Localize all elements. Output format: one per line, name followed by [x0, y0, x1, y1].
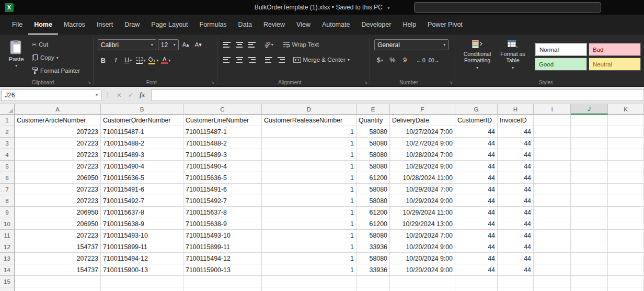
cell-C1[interactable]: CustomerLineNumber — [183, 115, 262, 126]
cell-H9[interactable]: 44 — [498, 207, 534, 218]
underline-button[interactable]: U ▾ — [123, 55, 134, 65]
increase-font-size-button[interactable]: A▴ — [180, 40, 191, 50]
cell-G15[interactable] — [455, 276, 498, 287]
cell-G12[interactable]: 44 — [455, 241, 498, 253]
row-header-7[interactable]: 7 — [0, 184, 15, 195]
cell-H8[interactable]: 44 — [498, 195, 534, 207]
percent-style-button[interactable]: % — [387, 55, 398, 65]
row-header-8[interactable]: 8 — [0, 195, 15, 207]
cell-style-normal[interactable]: Normal — [535, 43, 587, 56]
column-header-G[interactable]: G — [455, 104, 498, 115]
row-header-14[interactable]: 14 — [0, 264, 15, 276]
cell-A10[interactable]: 206950 — [15, 218, 101, 230]
cell-G3[interactable]: 44 — [455, 138, 498, 149]
align-left-button[interactable] — [222, 54, 233, 65]
search-box[interactable] — [414, 2, 601, 13]
column-header-A[interactable]: A — [15, 104, 101, 115]
cell-J2[interactable] — [571, 126, 608, 138]
cell-K14[interactable] — [608, 264, 644, 276]
cell-F1[interactable]: DeliveryDate — [390, 115, 455, 126]
cell-H13[interactable]: 44 — [498, 253, 534, 264]
cell-D15[interactable] — [262, 276, 356, 287]
cell-H5[interactable]: 44 — [498, 161, 534, 172]
wrap-text-button[interactable]: Wrap Text — [281, 39, 320, 50]
cell-K11[interactable] — [608, 230, 644, 241]
cell-I11[interactable] — [534, 230, 571, 241]
cell-B3[interactable]: 7100115488-2 — [101, 138, 183, 149]
cell-B16[interactable] — [101, 287, 183, 291]
cell-B1[interactable]: CustomerOrderNumber — [101, 115, 183, 126]
column-header-C[interactable]: C — [183, 104, 262, 115]
cell-style-good[interactable]: Good — [535, 58, 587, 71]
row-header-13[interactable]: 13 — [0, 253, 15, 264]
cell-C9[interactable]: 7100115637-8 — [183, 207, 262, 218]
row-header-16[interactable]: 16 — [0, 287, 15, 291]
cell-D7[interactable]: 1 — [262, 184, 356, 195]
number-dialog-launcher-icon[interactable]: ↘ — [449, 80, 453, 85]
tab-home[interactable]: Home — [28, 15, 58, 35]
cell-J9[interactable] — [571, 207, 608, 218]
cell-F7[interactable]: 10/29/2024 7:00 — [390, 184, 455, 195]
cell-E5[interactable]: 58080 — [356, 161, 390, 172]
cell-B14[interactable]: 7100115900-13 — [101, 264, 183, 276]
merge-center-button[interactable]: Merge & Center ▾ — [292, 54, 351, 65]
cell-C4[interactable]: 7100115489-3 — [183, 149, 262, 161]
cell-I8[interactable] — [534, 195, 571, 207]
cell-D10[interactable]: 1 — [262, 218, 356, 230]
cell-K8[interactable] — [608, 195, 644, 207]
cell-J5[interactable] — [571, 161, 608, 172]
cell-I2[interactable] — [534, 126, 571, 138]
number-format-combo[interactable]: General ▾ — [374, 39, 448, 50]
cell-A11[interactable]: 207223 — [15, 230, 101, 241]
cell-J11[interactable] — [571, 230, 608, 241]
cell-B13[interactable]: 7100115494-12 — [101, 253, 183, 264]
cell-I5[interactable] — [534, 161, 571, 172]
row-header-10[interactable]: 10 — [0, 218, 15, 230]
cell-K9[interactable] — [608, 207, 644, 218]
tab-review[interactable]: Review — [258, 15, 291, 35]
cell-I9[interactable] — [534, 207, 571, 218]
cell-B7[interactable]: 7100115491-6 — [101, 184, 183, 195]
align-right-button[interactable] — [247, 54, 258, 65]
cell-F10[interactable]: 10/29/2024 13:00 — [390, 218, 455, 230]
cell-H15[interactable] — [498, 276, 534, 287]
cell-E16[interactable] — [356, 287, 390, 291]
cell-I1[interactable] — [534, 115, 571, 126]
row-header-3[interactable]: 3 — [0, 138, 15, 149]
cell-A13[interactable]: 207223 — [15, 253, 101, 264]
cancel-button[interactable]: ✕ — [113, 92, 125, 99]
cell-J10[interactable] — [571, 218, 608, 230]
row-header-15[interactable]: 15 — [0, 276, 15, 287]
middle-align-button[interactable] — [234, 39, 245, 50]
cell-D13[interactable]: 1 — [262, 253, 356, 264]
cell-H7[interactable]: 44 — [498, 184, 534, 195]
cell-K7[interactable] — [608, 184, 644, 195]
cell-F15[interactable] — [390, 276, 455, 287]
cell-K4[interactable] — [608, 149, 644, 161]
cell-G13[interactable]: 44 — [455, 253, 498, 264]
cell-F12[interactable]: 10/20/2024 9:00 — [390, 241, 455, 253]
copy-button[interactable]: Copy ▾ — [30, 52, 82, 63]
bottom-align-button[interactable] — [247, 39, 258, 50]
cell-B4[interactable]: 7100115489-3 — [101, 149, 183, 161]
cell-C13[interactable]: 7100115494-12 — [183, 253, 262, 264]
cell-D6[interactable]: 1 — [262, 172, 356, 184]
cell-A4[interactable]: 207223 — [15, 149, 101, 161]
cell-F9[interactable]: 10/29/2024 11:00 — [390, 207, 455, 218]
cell-E12[interactable]: 33936 — [356, 241, 390, 253]
cell-F2[interactable]: 10/27/2024 7:00 — [390, 126, 455, 138]
cell-B12[interactable]: 7100115899-11 — [101, 241, 183, 253]
cell-J14[interactable] — [571, 264, 608, 276]
cell-G6[interactable]: 44 — [455, 172, 498, 184]
cell-C12[interactable]: 7100115899-11 — [183, 241, 262, 253]
cell-F4[interactable]: 10/28/2024 7:00 — [390, 149, 455, 161]
cell-E1[interactable]: Quantity — [356, 115, 390, 126]
column-header-K[interactable]: K — [608, 104, 644, 115]
cell-I3[interactable] — [534, 138, 571, 149]
italic-button[interactable]: I — [110, 55, 121, 65]
cell-C3[interactable]: 7100115488-2 — [183, 138, 262, 149]
cell-G16[interactable] — [455, 287, 498, 291]
cell-G1[interactable]: CustomerID — [455, 115, 498, 126]
cell-C5[interactable]: 7100115490-4 — [183, 161, 262, 172]
cell-K12[interactable] — [608, 241, 644, 253]
